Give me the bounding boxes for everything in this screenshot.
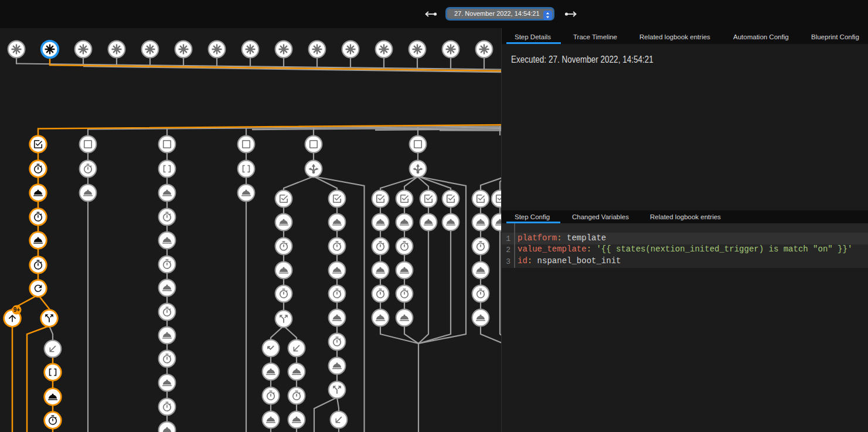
svg-text:9+: 9+	[13, 307, 21, 313]
